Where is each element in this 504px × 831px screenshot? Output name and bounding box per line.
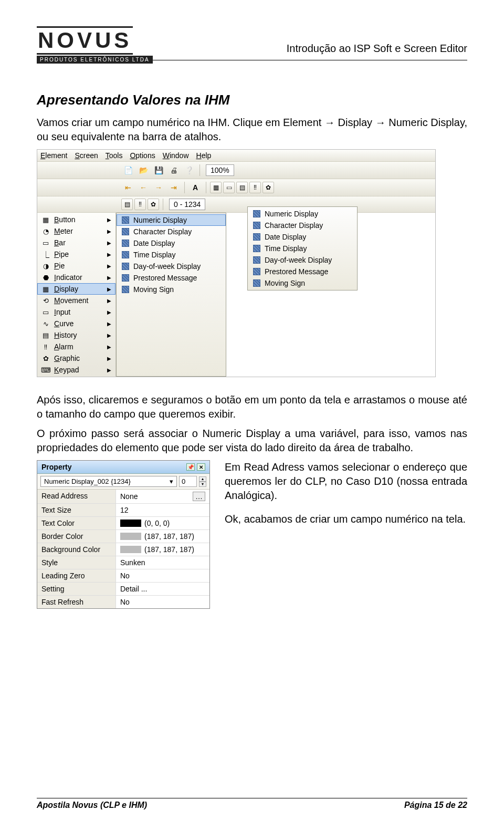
property-value[interactable]: None… xyxy=(116,490,209,503)
toolbar-icon[interactable]: ‼ xyxy=(134,199,146,210)
close-icon[interactable]: ✕ xyxy=(197,463,205,471)
pin-icon[interactable]: 📌 xyxy=(186,463,195,471)
paragraph-2: Após isso, clicaremos e seguramos o botã… xyxy=(37,393,467,421)
arrow-right-end-icon[interactable]: ⇥ xyxy=(167,181,181,194)
arrow-left-icon[interactable]: ← xyxy=(136,181,150,194)
menu-body: ▦ Button ▶◔ Meter ▶▭ Bar ▶⎿ Pipe ▶◑ Pie xyxy=(37,213,435,377)
menu-tools[interactable]: Tools xyxy=(106,151,123,160)
property-value[interactable]: (187, 187, 187) xyxy=(116,530,209,543)
menu-item-label: Display xyxy=(54,285,78,293)
paragraph-3: O próximo passo será associar o Numeric … xyxy=(37,427,467,455)
ellipsis-button[interactable]: … xyxy=(193,492,205,501)
menu-item-icon: ◑ xyxy=(41,262,50,270)
menu-options[interactable]: Options xyxy=(130,151,155,160)
toolbar-btn[interactable]: 🖨 xyxy=(167,164,181,176)
element-menu-item-movement[interactable]: ⟲ Movement ▶ xyxy=(37,295,116,306)
property-row-read-address: Read Address None… xyxy=(37,490,209,503)
submenu2-item-character-display[interactable]: Character Display xyxy=(248,220,357,231)
spinner[interactable]: ▲▼ xyxy=(199,476,206,487)
element-menu-item-history[interactable]: ▤ History ▶ xyxy=(37,329,116,341)
element-menu-item-input[interactable]: ▭ Input ▶ xyxy=(37,306,116,318)
menu-item-label: Button xyxy=(54,215,75,224)
property-value[interactable]: No xyxy=(116,596,209,608)
property-value[interactable]: Sunken xyxy=(116,556,209,569)
element-menu-item-pipe[interactable]: ⎿ Pipe ▶ xyxy=(37,248,116,260)
element-menu-item-pie[interactable]: ◑ Pie ▶ xyxy=(37,260,116,272)
submenu-item-time-display[interactable]: Time Display xyxy=(117,249,226,261)
range-field[interactable]: 0 - 1234 xyxy=(169,199,205,210)
property-value[interactable]: (0, 0, 0) xyxy=(116,517,209,529)
toolbar-icon[interactable]: ✿ xyxy=(148,199,159,210)
toolbar-icon[interactable]: ‼ xyxy=(249,182,261,193)
menu-item-label: Alarm xyxy=(54,342,74,351)
submenu-item-label: Moving Sign xyxy=(133,285,174,294)
menu-item-label: Graphic xyxy=(54,354,80,362)
object-select[interactable]: Numeric Display_002 {1234} ▾ xyxy=(40,476,177,487)
element-menu-item-graphic[interactable]: ✿ Graphic ▶ xyxy=(37,352,116,364)
toolbar-btn[interactable]: 📂 xyxy=(136,164,150,176)
color-swatch xyxy=(120,533,141,540)
object-index-field[interactable]: 0 xyxy=(179,476,197,487)
element-menu-item-display[interactable]: ▦ Display ▶ xyxy=(37,283,116,295)
submenu-item-date-display[interactable]: Date Display xyxy=(117,237,226,249)
separator xyxy=(163,199,163,210)
menu-screen[interactable]: Screen xyxy=(75,151,98,160)
submenu-item-day-of-week-display[interactable]: Day-of-week Display xyxy=(117,261,226,272)
menu-item-icon: ⬣ xyxy=(41,273,50,282)
submenu2-item-day-of-week-display[interactable]: Day-of-week Display xyxy=(248,254,357,266)
toolbar-btn[interactable]: 💾 xyxy=(152,164,165,176)
property-rows: Read Address None…Text Size 12Text Color… xyxy=(37,490,209,608)
menu-help[interactable]: Help xyxy=(196,151,212,160)
element-menu-item-keypad[interactable]: ⌨ Keypad ▶ xyxy=(37,364,116,376)
submenu2-item-moving-sign[interactable]: Moving Sign xyxy=(248,277,357,289)
submenu2-item-time-display[interactable]: Time Display xyxy=(248,243,357,254)
property-value[interactable]: Detail ... xyxy=(116,583,209,595)
property-value-text: (187, 187, 187) xyxy=(144,532,194,541)
submenu-item-moving-sign[interactable]: Moving Sign xyxy=(117,284,226,295)
submenu-item-numeric-display[interactable]: Numeric Display xyxy=(117,214,226,226)
toolbar-icon[interactable]: ▤ xyxy=(236,182,248,193)
toolbar-icon[interactable]: ✿ xyxy=(262,182,274,193)
submenu-arrow-icon: ▶ xyxy=(107,309,111,315)
arrow-left-end-icon[interactable]: ⇤ xyxy=(121,181,135,194)
toolbar-icon[interactable]: ▦ xyxy=(210,182,222,193)
text-style-icon[interactable]: A xyxy=(188,181,202,194)
property-value[interactable]: No xyxy=(116,569,209,582)
toolbar-icon[interactable]: ▭ xyxy=(223,182,235,193)
menu-item-icon: ◔ xyxy=(41,227,50,235)
menu-window[interactable]: Window xyxy=(163,151,189,160)
window-buttons: 📌 ✕ xyxy=(186,463,205,471)
menu-element[interactable]: Element xyxy=(40,151,67,160)
menu-item-icon: ▭ xyxy=(41,238,50,247)
toolbar-icon[interactable]: ▤ xyxy=(121,199,133,210)
para1-text-b: Display xyxy=(338,117,375,128)
logo-tagline: PRODUTOS ELETRÔNICOS LTDA xyxy=(37,56,153,64)
submenu2-item-numeric-display[interactable]: Numeric Display xyxy=(248,208,357,220)
property-value[interactable]: (187, 187, 187) xyxy=(116,543,209,556)
element-menu-item-curve[interactable]: ∿ Curve ▶ xyxy=(37,318,116,329)
toolbar-btn[interactable]: 📄 xyxy=(121,164,135,176)
menu-item-label: History xyxy=(54,331,77,339)
element-menu-item-indicator[interactable]: ⬣ Indicator ▶ xyxy=(37,272,116,283)
menu-item-icon: ⌨ xyxy=(41,366,50,374)
submenu-item-character-display[interactable]: Character Display xyxy=(117,226,226,237)
menu-item-label: Pie xyxy=(54,262,65,270)
element-menu-item-bar[interactable]: ▭ Bar ▶ xyxy=(37,237,116,248)
submenu2-item-prestored-message[interactable]: Prestored Message xyxy=(248,266,357,277)
display-type-icon xyxy=(253,245,260,252)
submenu-item-prestored-message[interactable]: Prestored Message xyxy=(117,272,226,284)
menu-item-label: Curve xyxy=(54,319,74,328)
property-title: Property xyxy=(41,463,72,471)
element-menu-item-meter[interactable]: ◔ Meter ▶ xyxy=(37,225,116,237)
submenu2-item-date-display[interactable]: Date Display xyxy=(248,231,357,243)
submenu-item-label: Time Display xyxy=(133,251,175,259)
menu-item-icon: ▦ xyxy=(41,215,50,224)
property-value[interactable]: 12 xyxy=(116,504,209,516)
element-menu-item-alarm[interactable]: ‼ Alarm ▶ xyxy=(37,341,116,352)
arrow-right-icon[interactable]: → xyxy=(152,181,165,194)
menu-item-icon: ⎿ xyxy=(41,250,50,258)
submenu-item-label: Date Display xyxy=(265,233,306,241)
zoom-field[interactable]: 100% xyxy=(206,164,234,176)
toolbar-btn[interactable]: ❔ xyxy=(182,164,196,176)
element-menu-item-button[interactable]: ▦ Button ▶ xyxy=(37,214,116,225)
